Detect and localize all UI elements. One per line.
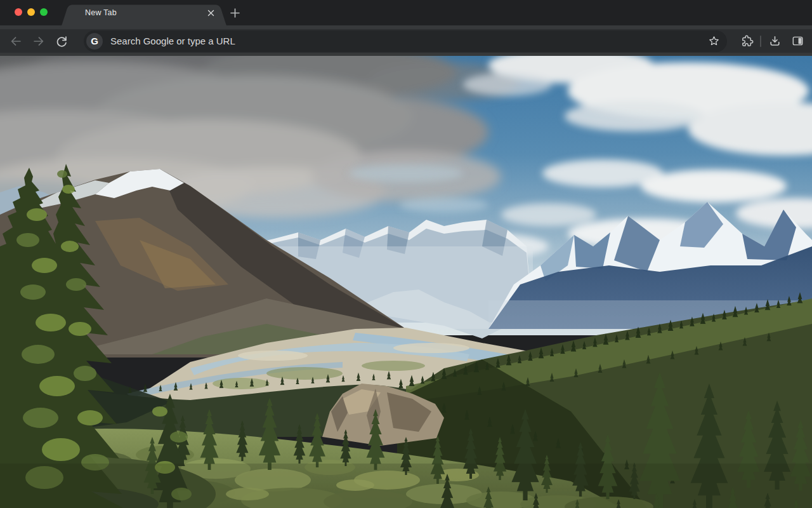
star-icon [708,35,720,47]
omnibox-input[interactable]: Search Google or type a URL [110,36,705,46]
downloads-button[interactable] [765,32,784,51]
download-icon [768,34,782,48]
side-panel-icon [791,34,804,48]
back-button[interactable] [6,32,25,51]
toolbar-divider [760,36,761,47]
tab-strip: New Tab [0,0,812,25]
wallpaper-image [0,56,812,508]
close-window-button[interactable] [15,8,22,16]
google-g-letter: G [91,36,98,46]
close-icon [207,10,214,17]
plus-icon [230,8,240,18]
minimize-window-button[interactable] [27,8,35,16]
extensions-button[interactable] [737,32,756,51]
tab-title: New Tab [85,8,117,17]
side-panel-button[interactable] [788,32,807,51]
maximize-window-button[interactable] [40,8,48,16]
bookmark-button[interactable] [705,33,722,50]
toolbar: G Search Google or type a URL [0,29,812,53]
puzzle-icon [740,34,754,48]
traffic-lights [15,8,48,16]
new-tab-page [0,56,812,508]
omnibox[interactable]: G Search Google or type a URL [84,30,727,52]
google-g-icon: G [86,33,103,50]
reload-button[interactable] [52,32,71,51]
reload-icon [55,34,69,48]
back-arrow-icon [9,34,23,48]
browser-window: New Tab [0,0,812,508]
forward-button[interactable] [29,32,48,51]
forward-arrow-icon [32,34,46,48]
new-tab-button[interactable] [227,5,242,20]
tab-close-button[interactable] [204,6,217,19]
